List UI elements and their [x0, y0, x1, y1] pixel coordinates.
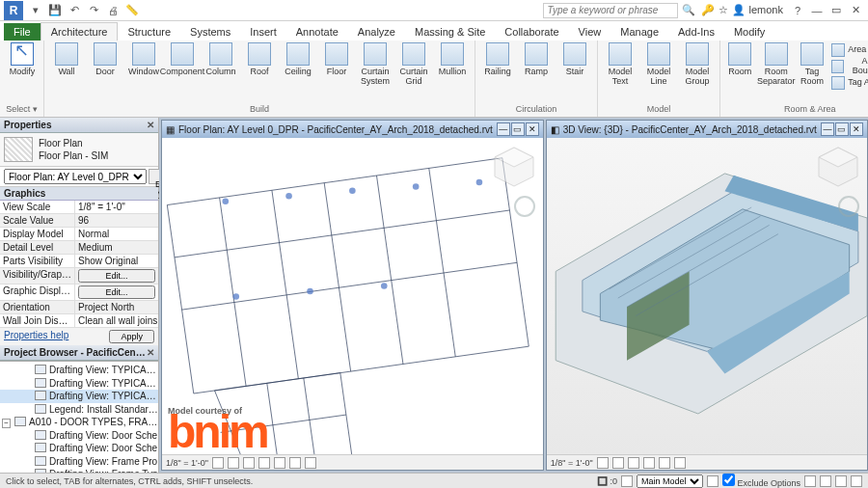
model-group-button[interactable]: Model Group	[679, 42, 716, 87]
model-line-button[interactable]: Model Line	[640, 42, 677, 87]
lock-icon[interactable]	[305, 457, 316, 469]
search-input[interactable]	[543, 3, 678, 18]
vp-min-icon[interactable]: —	[497, 122, 510, 136]
properties-close-icon[interactable]: ✕	[147, 120, 154, 130]
browser-view-node[interactable]: Drafting View: Door Sche	[0, 442, 158, 455]
tab-annotate[interactable]: Annotate	[286, 23, 348, 41]
component-button[interactable]: Component	[164, 42, 201, 87]
nav-wheel-icon[interactable]	[838, 196, 859, 217]
view-scale[interactable]: 1/8" = 1'-0"	[166, 458, 208, 468]
detail-level-icon[interactable]	[212, 457, 224, 469]
editable-only-icon[interactable]	[804, 475, 816, 487]
browser-sheet-node[interactable]: −A010 - DOOR TYPES, FRAMES &	[0, 416, 158, 429]
qat-print-icon[interactable]: 🖨	[104, 2, 122, 19]
ramp-button[interactable]: Ramp	[518, 42, 555, 77]
sb-icon[interactable]	[851, 475, 862, 487]
design-options-icon[interactable]	[707, 475, 719, 487]
door-button[interactable]: Door	[87, 42, 123, 87]
edit-button[interactable]: Edit...	[78, 285, 155, 299]
qat-redo-icon[interactable]: ↷	[85, 2, 102, 19]
detail-level-icon[interactable]	[597, 457, 609, 469]
apply-button[interactable]: Apply	[109, 330, 154, 343]
viewcube-icon[interactable]	[815, 144, 861, 190]
tab-manage[interactable]: Manage	[610, 23, 668, 41]
crop-icon[interactable]	[659, 457, 670, 469]
workset-select[interactable]: Main Model	[637, 474, 703, 488]
window-button[interactable]: Window	[125, 42, 162, 87]
browser-close-icon[interactable]: ✕	[147, 347, 154, 358]
browser-view-node[interactable]: Drafting View: Frame Pro	[0, 455, 158, 469]
sb-icon[interactable]	[835, 475, 847, 487]
qat-open-icon[interactable]: ▾	[27, 2, 44, 19]
tab-insert[interactable]: Insert	[240, 23, 286, 41]
curtain-system-button[interactable]: Curtain System	[357, 42, 393, 87]
room-button[interactable]: Room	[724, 42, 756, 91]
vp-min-icon[interactable]: —	[821, 122, 834, 136]
vp-max-icon[interactable]: ▭	[511, 122, 525, 136]
browser-view-node[interactable]: Legend: Install Standards	[0, 403, 158, 417]
property-row[interactable]: Graphic Display O...Edit...	[0, 285, 158, 301]
browser-view-node[interactable]: Drafting View: TYPICAL Tl	[0, 390, 158, 403]
visual-style-icon[interactable]	[612, 457, 624, 469]
property-row[interactable]: View Scale1/8" = 1'-0"	[0, 201, 158, 214]
tab-architecture[interactable]: Architecture	[41, 22, 119, 41]
property-row[interactable]: Parts VisibilityShow Original	[0, 255, 158, 268]
curtain-grid-button[interactable]: Curtain Grid	[395, 42, 432, 87]
browser-view-node[interactable]: Drafting View: Door Sche	[0, 429, 158, 443]
tab-structure[interactable]: Structure	[118, 23, 180, 41]
view-scale[interactable]: 1/8" = 1'-0"	[551, 458, 593, 468]
browser-view-node[interactable]: Drafting View: TYPICAL Tl	[0, 377, 158, 391]
edit-button[interactable]: Edit...	[78, 269, 155, 283]
shadows-icon[interactable]	[258, 457, 270, 469]
tab-massing-site[interactable]: Massing & Site	[405, 23, 495, 41]
tab-add-ins[interactable]: Add-Ins	[668, 23, 724, 41]
ceiling-button[interactable]: Ceiling	[280, 42, 316, 87]
filter-icon[interactable]	[621, 475, 633, 487]
tab-analyze[interactable]: Analyze	[348, 23, 405, 41]
type-selector[interactable]: Floor Plan Floor Plan - SIM	[0, 133, 158, 166]
mullion-button[interactable]: Mullion	[434, 42, 471, 87]
tab-modify[interactable]: Modify	[724, 23, 774, 41]
browser-view-node[interactable]: Drafting View: Frame Typ	[0, 468, 158, 473]
sb-icon[interactable]	[820, 475, 831, 487]
modify-button[interactable]: ↖ Modify	[4, 42, 41, 77]
sun-path-icon[interactable]	[243, 457, 255, 469]
viewport-canvas[interactable]	[547, 138, 867, 454]
floor-button[interactable]: Floor	[318, 42, 355, 87]
tag-room-button[interactable]: Tag Room	[797, 42, 828, 91]
tab-file[interactable]: File	[4, 23, 41, 41]
maximize-icon[interactable]: ▭	[827, 2, 845, 19]
qat-save-icon[interactable]: 💾	[46, 2, 64, 19]
visual-style-icon[interactable]	[228, 457, 239, 469]
help-icon[interactable]: ?	[789, 2, 806, 19]
column-button[interactable]: Column	[203, 42, 239, 87]
vp-close-icon[interactable]: ✕	[526, 122, 539, 136]
lock-icon[interactable]	[674, 457, 686, 469]
property-row[interactable]: Wall Join DisplayClean all wall joins	[0, 314, 158, 328]
property-row[interactable]: Scale Value96	[0, 214, 158, 228]
shadows-icon[interactable]	[643, 457, 655, 469]
sign-in-area[interactable]: 🔑 ☆ 👤 lemonk	[701, 4, 783, 16]
vp-max-icon[interactable]: ▭	[835, 122, 849, 136]
property-row[interactable]: Detail LevelMedium	[0, 241, 158, 255]
qat-undo-icon[interactable]: ↶	[66, 2, 83, 19]
crop-icon[interactable]	[274, 457, 285, 469]
instance-select[interactable]: Floor Plan: AY Level 0_DPR	[4, 169, 147, 184]
model-text-button[interactable]: Model Text	[602, 42, 638, 87]
room-separator-button[interactable]: Room Separator	[758, 42, 795, 91]
browser-view-node[interactable]: Drafting View: TYPICAL Pl	[0, 364, 158, 377]
qat-measure-icon[interactable]: 📏	[123, 2, 141, 19]
crop-region-icon[interactable]	[289, 457, 301, 469]
viewcube-icon[interactable]	[491, 144, 537, 190]
property-row[interactable]: OrientationProject North	[0, 301, 158, 314]
properties-help-link[interactable]: Properties help	[4, 330, 68, 343]
tag-area-button[interactable]: Tag Area	[831, 75, 868, 91]
tab-view[interactable]: View	[569, 23, 611, 41]
property-row[interactable]: Display ModelNormal	[0, 228, 158, 241]
railing-button[interactable]: Railing	[479, 42, 516, 77]
tab-collaborate[interactable]: Collaborate	[495, 23, 568, 41]
exclude-options-toggle[interactable]: Exclude Options	[722, 474, 800, 488]
search-icon[interactable]: 🔍	[682, 4, 695, 16]
wall-button[interactable]: Wall	[48, 42, 85, 87]
tab-systems[interactable]: Systems	[180, 23, 240, 41]
